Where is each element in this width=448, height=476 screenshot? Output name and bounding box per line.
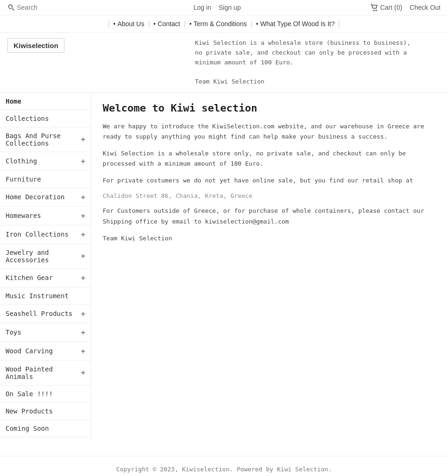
- sidebar-label: Seashell Products: [6, 310, 72, 317]
- sidebar-item-bags-and-purse-collections[interactable]: Bags And Purse Collections+: [0, 127, 91, 152]
- sidebar-item-wood-carving[interactable]: Wood Carving+: [0, 342, 91, 361]
- expand-icon[interactable]: +: [81, 157, 85, 166]
- sidebar-item-furniture[interactable]: Furniture: [0, 171, 91, 188]
- sidebar-label: New Products: [6, 407, 53, 415]
- login-link[interactable]: Log in: [193, 4, 211, 11]
- nav-about-us[interactable]: • About Us: [113, 20, 145, 28]
- content-area: Welcome to Kiwi selection We are happy t…: [91, 93, 448, 437]
- expand-icon[interactable]: +: [81, 230, 85, 239]
- svg-line-1: [12, 8, 14, 10]
- expand-icon[interactable]: +: [81, 135, 85, 144]
- sidebar-item-toys[interactable]: Toys+: [0, 323, 91, 342]
- store-msg-line1: Kiwi Selection is a wholesale store (bus…: [195, 39, 411, 46]
- sidebar-label: Wood Carving: [6, 347, 53, 355]
- main-layout: HomeCollectionsBags And Purse Collection…: [0, 93, 448, 437]
- store-msg-line2: no private sale, and checkout can only b…: [195, 49, 407, 56]
- search-icon-wrap: [7, 4, 63, 11]
- sidebar-item-on-sale-[interactable]: On Sale !!!!: [0, 385, 91, 403]
- nav-divider-5: |: [338, 20, 340, 28]
- top-bar: Log in Sign up Cart (0) Check Out: [0, 0, 448, 15]
- nav-divider-4: |: [251, 20, 252, 28]
- signup-link[interactable]: Sign up: [219, 4, 241, 11]
- store-message: Kiwi Selection is a wholesale store (bus…: [195, 38, 441, 87]
- sidebar-item-coming-soon[interactable]: Coming Soon: [0, 420, 91, 437]
- sidebar-label: Wood Painted Animals: [6, 365, 81, 380]
- welcome-para-1: We are happy to introduce the KiwiSelect…: [103, 121, 437, 142]
- top-bar-right: Cart (0) Check Out: [371, 4, 441, 11]
- cart-link[interactable]: Cart (0): [380, 4, 402, 11]
- nav-divider-1: |: [108, 20, 110, 28]
- top-bar-left: [7, 4, 63, 11]
- sidebar-label: Kitchen Gear: [6, 274, 53, 281]
- svg-point-3: [376, 10, 377, 11]
- cart-icon-wrap: Cart (0): [371, 4, 402, 11]
- sidebar-label: Jewelry and Accessories: [6, 249, 81, 264]
- sidebar-item-wood-painted-animals[interactable]: Wood Painted Animals+: [0, 361, 91, 385]
- top-bar-auth: Log in Sign up: [193, 4, 241, 11]
- sidebar-label: Music Instrument: [6, 292, 69, 300]
- welcome-para-4: For Customers outside of Greece, or for …: [103, 206, 437, 226]
- expand-icon[interactable]: +: [81, 193, 85, 202]
- nav-terms[interactable]: • Term & Conditions: [189, 20, 247, 28]
- svg-point-0: [8, 5, 12, 8]
- sidebar: HomeCollectionsBags And Purse Collection…: [0, 93, 91, 437]
- welcome-para-3: For private costumers we do not yet have…: [103, 175, 437, 186]
- expand-icon[interactable]: +: [81, 347, 85, 356]
- sidebar-label: Clothing: [6, 157, 37, 165]
- nav-divider-3: |: [184, 20, 186, 28]
- expand-icon[interactable]: +: [81, 252, 85, 260]
- sidebar-label: Coming Soon: [6, 425, 49, 432]
- sidebar-item-seashell-products[interactable]: Seashell Products+: [0, 305, 91, 323]
- expand-icon[interactable]: +: [81, 273, 85, 282]
- expand-icon[interactable]: +: [81, 211, 85, 220]
- nav-bullet-3: •: [189, 20, 192, 28]
- nav-divider-2: |: [148, 20, 150, 28]
- nav-bar: | • About Us | • Contact | • Term & Cond…: [0, 15, 448, 33]
- sidebar-item-home-decoration[interactable]: Home Decoration+: [0, 188, 91, 207]
- logo-area: Kiwiselection Kiwi Selection is a wholes…: [0, 33, 448, 93]
- search-input[interactable]: [17, 4, 63, 11]
- sidebar-label: Homewares: [6, 212, 41, 219]
- welcome-team: Team Kiwi Selection: [103, 233, 437, 244]
- sidebar-item-clothing[interactable]: Clothing+: [0, 152, 91, 171]
- store-msg-line3: minimum amount of 100 Euro.: [195, 59, 294, 66]
- sidebar-item-kitchen-gear[interactable]: Kitchen Gear+: [0, 269, 91, 287]
- logo[interactable]: Kiwiselection: [7, 38, 64, 53]
- sidebar-label: Bags And Purse Collections: [6, 132, 81, 147]
- footer-text: Copyright © 2023, Kiwiselection. Powered…: [116, 466, 332, 473]
- sidebar-label: Home: [6, 98, 21, 105]
- nav-bullet-4: •: [256, 20, 259, 28]
- welcome-title: Welcome to Kiwi selection: [103, 102, 437, 114]
- nav-contact[interactable]: • Contact: [154, 20, 180, 28]
- nav-wood[interactable]: • What Type Of Wood Is It?: [256, 20, 335, 28]
- sidebar-item-jewelry-and-accessories[interactable]: Jewelry and Accessories+: [0, 244, 91, 269]
- sidebar-item-home[interactable]: Home: [0, 93, 91, 110]
- sidebar-label: Toys: [6, 329, 21, 336]
- checkout-link[interactable]: Check Out: [410, 4, 441, 11]
- sidebar-label: Home Decoration: [6, 193, 64, 201]
- sidebar-label: On Sale !!!!: [6, 390, 53, 398]
- sidebar-item-iron-collections[interactable]: Iron Collections+: [0, 225, 91, 244]
- sidebar-item-homewares[interactable]: Homewares+: [0, 207, 91, 225]
- footer: Copyright © 2023, Kiwiselection. Powered…: [0, 456, 448, 476]
- sidebar-label: Furniture: [6, 175, 41, 183]
- sidebar-item-collections[interactable]: Collections: [0, 110, 91, 127]
- sidebar-item-music-instrument[interactable]: Music Instrument: [0, 287, 91, 305]
- expand-icon[interactable]: +: [81, 368, 85, 377]
- sidebar-item-new-products[interactable]: New Products: [0, 403, 91, 420]
- nav-bullet-2: •: [154, 20, 156, 28]
- expand-icon[interactable]: +: [81, 309, 85, 318]
- nav-bullet-1: •: [113, 20, 116, 28]
- sidebar-label: Collections: [6, 115, 49, 122]
- sidebar-label: Iron Collections: [6, 231, 69, 238]
- search-icon: [7, 4, 15, 11]
- store-msg-team: Team Kiwi Selection: [195, 78, 265, 85]
- welcome-address: Chalidon Street 86, Chania, Kreta, Greec…: [103, 192, 437, 199]
- svg-point-2: [374, 10, 375, 11]
- welcome-para-2: Kiwi Selection is a wholesale store only…: [103, 148, 437, 169]
- expand-icon[interactable]: +: [81, 328, 85, 337]
- cart-icon: [371, 4, 378, 11]
